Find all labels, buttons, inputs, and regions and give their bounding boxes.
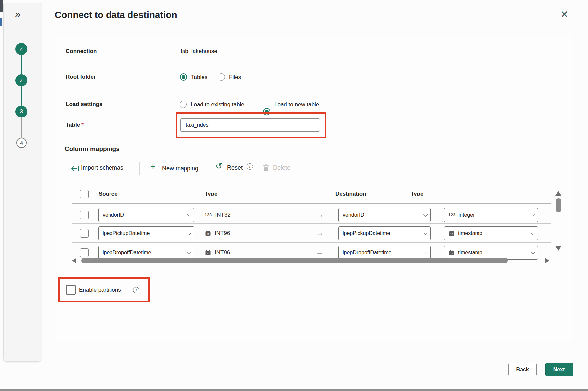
- load-new-table-label[interactable]: Load to new table: [274, 101, 319, 108]
- mapping-arrow-icon: →: [316, 229, 324, 237]
- destination-type-dropdown[interactable]: 12timestamp: [444, 226, 538, 240]
- dialog-title: Connect to data destination: [55, 10, 177, 20]
- required-asterisk: *: [81, 122, 84, 128]
- connection-value: fab_lakehouse: [181, 48, 217, 55]
- files-radio-label[interactable]: Files: [229, 74, 241, 81]
- source-dropdown[interactable]: lpepPickupDatetime: [98, 226, 194, 240]
- delete-button-disabled: Delete: [273, 164, 290, 171]
- chevron-down-icon: [423, 212, 428, 217]
- toolbar-divider: [139, 162, 140, 175]
- destination-type-dropdown[interactable]: 123integer: [444, 208, 538, 222]
- grid-row-divider: [72, 242, 551, 243]
- svg-text:12: 12: [450, 252, 453, 255]
- window-bottom-border: [0, 389, 588, 391]
- tables-radio-label[interactable]: Tables: [191, 74, 207, 81]
- stepper-connector: [21, 117, 22, 138]
- tables-radio[interactable]: [180, 73, 187, 81]
- expand-panel-icon[interactable]: »: [15, 9, 21, 19]
- chevron-down-icon: [531, 212, 535, 217]
- step-1-complete[interactable]: ✓: [15, 43, 27, 55]
- table-name-input[interactable]: taxi_rides: [180, 118, 320, 132]
- table-label: Table*: [66, 122, 84, 128]
- destination-type-column-header: Type: [411, 191, 423, 197]
- partitions-info-icon[interactable]: i: [133, 287, 139, 293]
- import-schemas-button[interactable]: Import schemas: [81, 164, 123, 171]
- destination-dropdown[interactable]: lpepPickupDatetime: [338, 226, 431, 240]
- select-all-checkbox[interactable]: [80, 190, 89, 198]
- row-select-checkbox[interactable]: [80, 248, 89, 257]
- load-existing-table-label[interactable]: Load to existing table: [191, 101, 244, 108]
- step-3-current[interactable]: 3: [15, 106, 27, 117]
- source-type-cell: 12 INT96: [205, 248, 230, 257]
- chevron-down-icon: [187, 250, 191, 254]
- scroll-left-arrow[interactable]: [72, 258, 76, 263]
- number-type-icon: 123: [205, 213, 212, 217]
- calendar-type-icon: 12: [448, 230, 455, 237]
- connection-label: Connection: [66, 48, 97, 55]
- chevron-down-icon: [531, 250, 535, 254]
- destination-dropdown[interactable]: vendorID: [338, 208, 431, 222]
- column-mappings-title: Column mappings: [65, 145, 120, 153]
- grid-header-divider: [72, 203, 551, 204]
- vertical-scrollbar-thumb[interactable]: [556, 198, 561, 212]
- horizontal-scrollbar-thumb[interactable]: [81, 258, 508, 263]
- reset-info-icon[interactable]: i: [247, 163, 253, 170]
- reset-button[interactable]: Reset: [227, 164, 243, 171]
- calendar-type-icon: 12: [448, 249, 455, 256]
- source-dropdown[interactable]: vendorID: [98, 208, 194, 222]
- trash-icon: [262, 164, 270, 173]
- chevron-down-icon: [187, 231, 191, 235]
- reset-icon: ↻: [215, 162, 222, 170]
- mapping-arrow-icon: →: [316, 210, 324, 219]
- load-settings-label: Load settings: [66, 101, 103, 108]
- wizard-stepper-panel: [3, 3, 41, 362]
- step-4-upcoming[interactable]: 4: [16, 138, 27, 148]
- enable-partitions-label[interactable]: Enable partitions: [79, 287, 121, 293]
- chevron-down-icon: [187, 212, 191, 217]
- source-column-header: Source: [99, 191, 118, 197]
- files-radio[interactable]: [218, 73, 225, 81]
- scroll-up-arrow[interactable]: [555, 191, 561, 196]
- window-edge-artifact: [0, 18, 2, 26]
- window-edge-artifact: [0, 0, 3, 12]
- scroll-right-arrow[interactable]: [545, 258, 549, 263]
- load-existing-table-radio[interactable]: [180, 101, 187, 108]
- chevron-down-icon: [423, 231, 428, 235]
- step-2-complete[interactable]: ✓: [15, 74, 27, 86]
- source-type-cell: 12 INT96: [205, 229, 230, 238]
- source-type-column-header: Type: [205, 191, 217, 197]
- plus-icon: +: [150, 162, 156, 171]
- stepper-connector: [21, 86, 22, 106]
- back-button[interactable]: Back: [508, 363, 537, 376]
- new-mapping-button[interactable]: New mapping: [162, 165, 198, 172]
- next-button[interactable]: Next: [545, 363, 573, 376]
- row-select-checkbox[interactable]: [80, 229, 89, 238]
- import-arrow-icon: [71, 165, 79, 173]
- calendar-type-icon: 12: [205, 230, 211, 237]
- stepper-connector: [21, 55, 22, 74]
- root-folder-label: Root folder: [66, 74, 96, 80]
- chevron-down-icon: [423, 250, 428, 254]
- enable-partitions-checkbox[interactable]: [66, 285, 76, 295]
- row-select-checkbox[interactable]: [80, 211, 89, 219]
- svg-text:12: 12: [207, 233, 209, 236]
- chevron-down-icon: [531, 231, 535, 235]
- destination-column-header: Destination: [335, 191, 366, 197]
- calendar-type-icon: 12: [205, 249, 211, 256]
- mapping-arrow-icon: →: [316, 248, 324, 256]
- scroll-down-arrow[interactable]: [555, 246, 561, 251]
- close-icon[interactable]: ✕: [560, 10, 568, 19]
- number-type-icon: 123: [448, 213, 456, 217]
- grid-row-divider: [72, 223, 551, 224]
- check-icon: ✓: [19, 77, 23, 84]
- check-icon: ✓: [19, 46, 23, 52]
- connect-destination-dialog: » ✓ ✓ 3 4 Connect to data destination ✕ …: [0, 0, 588, 391]
- svg-text:12: 12: [207, 252, 209, 255]
- svg-text:12: 12: [450, 233, 453, 236]
- source-type-cell: 123INT32: [205, 211, 231, 219]
